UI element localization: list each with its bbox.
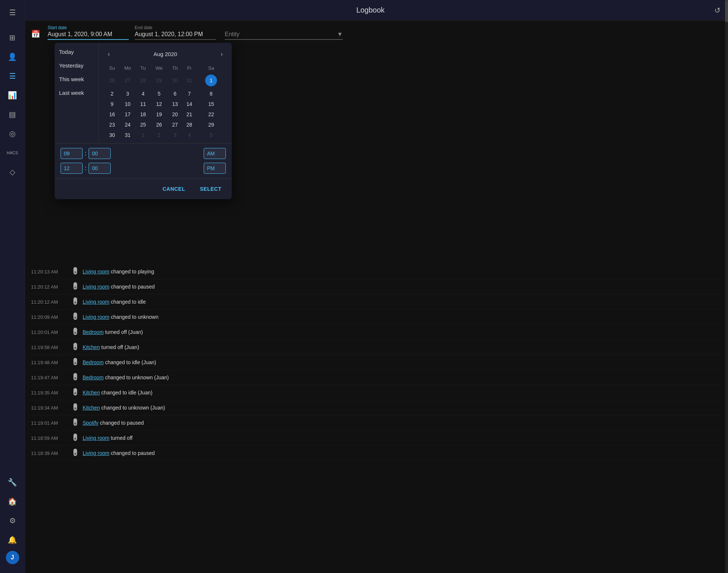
calendar-day[interactable]: 12 [150, 99, 168, 109]
quick-yesterday[interactable]: Yesterday [59, 62, 94, 69]
start-minute-select[interactable]: 00 [89, 148, 111, 159]
sidebar-item-scripts[interactable]: ▤ [4, 106, 21, 122]
calendar-day[interactable]: 6 [168, 89, 182, 99]
calendar-day[interactable]: 4 [136, 89, 150, 99]
calendar-day[interactable]: 1 [136, 130, 150, 140]
end-hour-select[interactable]: 12 [61, 163, 83, 174]
calendar-day[interactable]: 30 [168, 72, 182, 89]
calendar-day[interactable]: 1 [196, 72, 226, 89]
calendar-day[interactable]: 25 [136, 120, 150, 130]
log-entity-link[interactable]: Kitchen [83, 344, 100, 350]
calendar-day[interactable]: 14 [182, 99, 197, 109]
calendar-day[interactable]: 22 [196, 109, 226, 120]
sidebar-item-vscode[interactable]: ◇ [4, 164, 21, 180]
calendar-day[interactable]: 7 [182, 89, 197, 99]
avatar[interactable]: J [6, 551, 19, 564]
calendar-day[interactable]: 5 [150, 89, 168, 99]
time-separator-2: : [85, 165, 86, 172]
hamburger-icon[interactable]: ☰ [4, 4, 21, 21]
sidebar-item-scenes[interactable]: ◎ [4, 125, 21, 142]
next-month-button[interactable]: › [218, 49, 226, 59]
calendar-day[interactable]: 5 [196, 130, 226, 140]
quick-options: Today Yesterday This week Last week [55, 43, 99, 143]
sidebar-item-logbook[interactable]: ☰ [4, 68, 21, 84]
log-entity-link[interactable]: Living room [83, 269, 109, 275]
calendar-day[interactable]: 10 [120, 99, 136, 109]
log-entity-link[interactable]: Bedroom [83, 359, 104, 365]
calendar-day[interactable]: 13 [168, 99, 182, 109]
sidebar-item-notifications[interactable]: 🔔 [4, 532, 21, 548]
calendar-day[interactable]: 2 [105, 89, 120, 99]
calendar-day[interactable]: 23 [105, 120, 120, 130]
calendar-day[interactable]: 16 [105, 109, 120, 120]
scrollbar[interactable] [725, 0, 728, 573]
start-date-field[interactable]: Start date August 1, 2020, 9:00 AM [48, 25, 129, 40]
calendar-day[interactable]: 19 [150, 109, 168, 120]
calendar-day[interactable]: 28 [136, 72, 150, 89]
calendar-day[interactable]: 29 [196, 120, 226, 130]
log-text: Living room changed to idle [83, 299, 146, 305]
log-entity-link[interactable]: Living room [83, 284, 109, 290]
quick-last-week[interactable]: Last week [59, 90, 94, 96]
start-hour-select[interactable]: 09 [61, 148, 83, 159]
calendar-day[interactable]: 4 [182, 130, 197, 140]
calendar-day[interactable]: 9 [105, 99, 120, 109]
log-entity-link[interactable]: Kitchen [83, 405, 100, 411]
svg-point-19 [74, 407, 76, 410]
log-entity-link[interactable]: Bedroom [83, 374, 104, 380]
calendar-day[interactable]: 28 [182, 120, 197, 130]
calendar-day[interactable]: 27 [120, 72, 136, 89]
svg-point-23 [74, 438, 76, 440]
start-ampm-select[interactable]: AM PM [204, 148, 226, 159]
cancel-button[interactable]: CANCEL [158, 183, 189, 195]
end-date-field[interactable]: End date August 1, 2020, 12:00 PM [135, 25, 216, 40]
log-entity-link[interactable]: Living room [83, 314, 109, 320]
sidebar-item-user[interactable]: 👤 [4, 49, 21, 65]
calendar-day[interactable]: 31 [182, 72, 197, 89]
quick-today[interactable]: Today [59, 49, 94, 55]
sidebar-item-home[interactable]: 🏠 [4, 493, 21, 510]
calendar-day[interactable]: 26 [105, 72, 120, 89]
log-time: 11:19:01 AM [31, 420, 68, 426]
calendar-day[interactable]: 21 [182, 109, 197, 120]
calendar-day[interactable]: 11 [136, 99, 150, 109]
log-entity-link[interactable]: Living room [83, 435, 109, 441]
calendar-day[interactable]: 17 [120, 109, 136, 120]
prev-month-button[interactable]: ‹ [105, 49, 113, 59]
calendar-day[interactable]: 27 [168, 120, 182, 130]
calendar-day[interactable]: 26 [150, 120, 168, 130]
quick-this-week[interactable]: This week [59, 76, 94, 82]
calendar-day[interactable]: 8 [196, 89, 226, 99]
select-button[interactable]: SELECT [196, 183, 226, 195]
sidebar-item-dashboard[interactable]: ⊞ [4, 30, 21, 46]
refresh-button[interactable]: ↺ [714, 6, 721, 15]
log-entity-link[interactable]: Living room [83, 450, 109, 456]
calendar-day[interactable]: 24 [120, 120, 136, 130]
sidebar-item-hacs[interactable]: HACS [4, 145, 21, 161]
sidebar-item-developer[interactable]: 🔧 [4, 474, 21, 490]
weekday-tu: Tu [136, 64, 150, 72]
calendar-day[interactable]: 20 [168, 109, 182, 120]
sidebar-item-settings[interactable]: ⚙ [4, 512, 21, 529]
end-minute-select[interactable]: 00 [89, 163, 111, 174]
calendar-day[interactable]: 3 [168, 130, 182, 140]
scrollbar-thumb[interactable] [725, 0, 728, 22]
svg-point-7 [74, 317, 76, 319]
log-entity-link[interactable]: Living room [83, 299, 109, 305]
calendar-day[interactable]: 31 [120, 130, 136, 140]
calendar-day[interactable]: 15 [196, 99, 226, 109]
sidebar-item-history[interactable]: 📊 [4, 87, 21, 103]
calendar-day[interactable]: 30 [105, 130, 120, 140]
calendar-day[interactable]: 3 [120, 89, 136, 99]
entity-dropdown[interactable]: Entity ▼ [225, 31, 343, 40]
calendar-day[interactable]: 2 [150, 130, 168, 140]
log-entity-link[interactable]: Kitchen [83, 390, 100, 396]
log-entity-link[interactable]: Spotify [83, 420, 99, 426]
calendar-day[interactable]: 29 [150, 72, 168, 89]
end-ampm-select[interactable]: AM PM [204, 163, 226, 174]
log-entity-link[interactable]: Bedroom [83, 329, 104, 335]
calendar-day[interactable]: 18 [136, 109, 150, 120]
svg-point-21 [74, 422, 76, 425]
calendar-actions: CANCEL SELECT [55, 178, 232, 199]
log-text: Kitchen changed to unknown (Juan) [83, 405, 165, 411]
